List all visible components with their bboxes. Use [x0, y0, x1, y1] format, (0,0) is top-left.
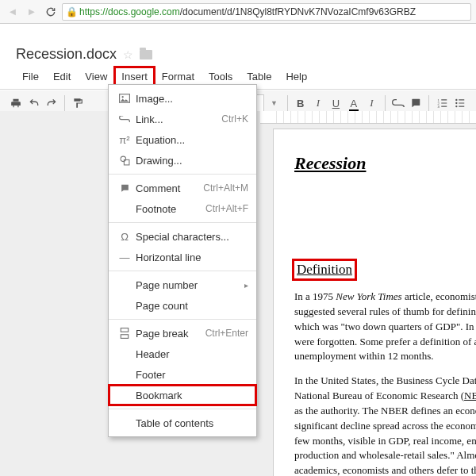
insert-menu-dropdown: Image... Link... Ctrl+K π² Equation... D…: [108, 84, 257, 437]
ruler[interactable]: [260, 111, 476, 124]
menu-help[interactable]: Help: [279, 67, 313, 86]
svg-point-3: [455, 99, 457, 101]
menu-item-footnote[interactable]: Footnote Ctrl+Alt+F: [109, 198, 256, 219]
insert-link-icon[interactable]: [390, 94, 406, 113]
comment-icon: [117, 183, 132, 194]
menu-item-drawing[interactable]: Drawing...: [109, 150, 256, 171]
url-input[interactable]: 🔒 https://docs.google.com/document/d/1N8…: [62, 3, 471, 21]
forward-icon[interactable]: ►: [24, 4, 40, 20]
menu-item-horizontal-line[interactable]: — Horizontal line: [109, 247, 256, 267]
browser-address-bar: ◄ ► 🔒 https://docs.google.com/document/d…: [0, 0, 476, 24]
svg-rect-10: [121, 328, 128, 332]
menu-format[interactable]: Format: [155, 67, 201, 86]
link-icon: [117, 116, 132, 122]
bulleted-list-icon[interactable]: [452, 94, 468, 113]
line-icon: —: [117, 251, 132, 263]
insert-comment-icon[interactable]: [408, 94, 424, 113]
menu-item-equation[interactable]: π² Equation...: [109, 129, 256, 150]
menu-file[interactable]: File: [16, 67, 45, 86]
menu-item-page-count[interactable]: Page count: [109, 295, 256, 316]
back-icon[interactable]: ◄: [5, 4, 21, 20]
equation-icon: π²: [117, 134, 132, 146]
heading-recession: Recession: [294, 153, 476, 174]
highlight-button[interactable]: I: [363, 94, 380, 113]
svg-point-8: [121, 156, 126, 162]
svg-point-5: [455, 106, 457, 107]
reload-icon[interactable]: [43, 4, 59, 20]
url-path: /document/d/1N8Qyl8tfRYDNvK7NVozaICmf9v6…: [180, 6, 416, 17]
drawing-icon: [117, 155, 132, 166]
omega-icon: Ω: [117, 231, 132, 243]
menu-item-link[interactable]: Link... Ctrl+K: [109, 109, 256, 129]
menu-item-bookmark[interactable]: Bookmark: [109, 385, 256, 405]
font-size-dropdown-icon[interactable]: ▼: [266, 94, 282, 113]
menu-item-image[interactable]: Image...: [109, 88, 256, 109]
paint-format-icon[interactable]: [70, 94, 86, 113]
undo-icon[interactable]: [25, 94, 41, 113]
heading-definition: Definition: [294, 261, 355, 278]
document-page[interactable]: Recession Definition In a 1975 New York …: [273, 129, 476, 476]
text-color-button[interactable]: A: [346, 94, 362, 113]
svg-rect-11: [121, 335, 128, 339]
menu-edit[interactable]: Edit: [47, 67, 77, 86]
underline-button[interactable]: U: [328, 94, 344, 113]
svg-point-4: [455, 102, 457, 104]
menubar: File Edit View Insert Format Tools Table…: [16, 67, 460, 86]
image-icon: [117, 94, 132, 103]
paragraph-2: In the United States, the Business Cycle…: [294, 374, 476, 476]
submenu-arrow-icon: ▸: [244, 281, 248, 290]
document-title[interactable]: Recession.docx: [16, 46, 117, 63]
menu-item-page-number[interactable]: Page number ▸: [109, 274, 256, 295]
numbered-list-icon[interactable]: 123: [434, 94, 450, 113]
menu-item-header[interactable]: Header: [109, 344, 256, 364]
svg-point-7: [122, 96, 124, 98]
menu-insert[interactable]: Insert: [115, 67, 154, 86]
print-icon[interactable]: [8, 94, 24, 113]
menu-item-special-chars[interactable]: Ω Special characters...: [109, 226, 256, 247]
menu-table[interactable]: Table: [240, 67, 278, 86]
bold-button[interactable]: B: [292, 94, 308, 113]
menu-view[interactable]: View: [79, 67, 113, 86]
lock-icon: 🔒: [66, 6, 78, 17]
redo-icon[interactable]: [44, 94, 60, 113]
paragraph-1: In a 1975 New York Times article, econom…: [294, 290, 476, 364]
italic-button[interactable]: I: [310, 94, 326, 113]
svg-text:3: 3: [437, 105, 440, 109]
url-host: https://docs.google.com: [79, 6, 180, 17]
folder-icon[interactable]: [140, 50, 152, 60]
menu-item-toc[interactable]: Table of contents: [109, 413, 256, 433]
star-icon[interactable]: ☆: [123, 48, 133, 61]
menu-item-footer[interactable]: Footer: [109, 364, 256, 385]
page-break-icon: [117, 328, 132, 339]
menu-item-comment[interactable]: Comment Ctrl+Alt+M: [109, 178, 256, 198]
menu-tools[interactable]: Tools: [202, 67, 239, 86]
docs-chrome: Recession.docx ☆ File Edit View Insert F…: [0, 24, 476, 86]
menu-item-page-break[interactable]: Page break Ctrl+Enter: [109, 323, 256, 344]
